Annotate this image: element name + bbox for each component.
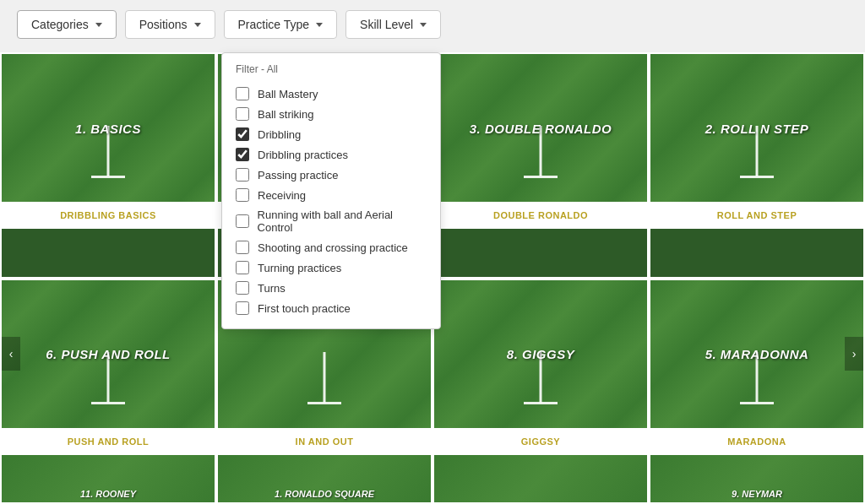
nav-right-button[interactable]: › <box>845 337 863 371</box>
checkbox-label: Ball striking <box>258 108 313 121</box>
skill-level-button[interactable]: Skill Level <box>345 10 441 39</box>
checkbox-input[interactable] <box>236 127 249 141</box>
checkbox-label: Ball Mastery <box>258 88 318 100</box>
nav-left-button[interactable]: ‹ <box>2 337 20 371</box>
checkbox-item[interactable]: Dribbling practices <box>236 144 427 165</box>
checkbox-label: Dribbling <box>258 128 301 141</box>
checkbox-input[interactable] <box>236 87 249 100</box>
card-title-overlay: 5. MARADONNA <box>661 347 853 361</box>
checkbox-item[interactable]: Turns <box>236 278 427 298</box>
practice-type-button[interactable]: Practice Type <box>224 10 338 39</box>
card-title-overlay: 8. GIGGSY <box>445 347 637 361</box>
categories-dropdown: Filter - All Ball MasteryBall strikingDr… <box>221 52 441 329</box>
card-double-ronaldo: 3. DOUBLE RONALDO DOUBLE RONALDO <box>432 52 649 279</box>
categories-chevron-icon <box>95 23 102 27</box>
practice-type-chevron-icon <box>316 23 323 27</box>
positions-chevron-icon <box>194 23 201 27</box>
checkbox-item[interactable]: Ball striking <box>236 104 427 124</box>
checkbox-item[interactable]: Ball Mastery <box>236 84 427 104</box>
checkbox-label: Shooting and crossing practice <box>258 241 408 254</box>
filter-all-label: Filter - All <box>236 63 427 75</box>
categories-button[interactable]: Categories <box>17 10 117 39</box>
card-label[interactable]: ROLL AND STEP <box>650 202 863 229</box>
skill-level-chevron-icon <box>420 23 427 27</box>
bottom-card-empty <box>432 453 649 504</box>
card-image: 3. DOUBLE RONALDO <box>434 54 647 202</box>
checkbox-input[interactable] <box>236 168 249 182</box>
checkbox-input[interactable] <box>236 214 249 228</box>
card-image: 6. PUSH AND ROLL ‹ <box>2 280 215 428</box>
checkbox-input[interactable] <box>236 241 249 254</box>
bottom-card-title: 1. RONALDO SQUARE <box>275 489 374 499</box>
card-title-overlay: 3. DOUBLE RONALDO <box>445 121 637 135</box>
card-label[interactable]: GIGGSY <box>434 428 647 455</box>
checkbox-label: Turns <box>258 282 286 295</box>
card-title-overlay: 1. BASICS <box>13 121 204 135</box>
checkbox-item[interactable]: Passing practice <box>236 165 427 185</box>
bottom-card-neymar: 9. NEYMAR <box>649 453 865 504</box>
positions-button[interactable]: Positions <box>125 10 215 39</box>
checkbox-label: Running with ball and Aerial Control <box>258 209 427 234</box>
card-image: 2. ROLL N STEP <box>650 54 863 202</box>
bottom-card-title: 11. ROONEY <box>80 489 136 499</box>
checkbox-item[interactable]: Receiving <box>236 185 427 205</box>
bottom-card-row: 11. ROONEY 1. RONALDO SQUARE 9. NEYMAR <box>0 453 865 504</box>
bottom-card-rooney: 11. ROONEY <box>0 453 216 504</box>
toolbar: Categories Positions Practice Type Skill… <box>0 0 865 49</box>
card-image: 5. MARADONNA › <box>650 280 863 428</box>
card-image: 1. BASICS <box>2 54 215 202</box>
checkbox-item[interactable]: Running with ball and Aerial Control <box>236 205 427 237</box>
checkbox-item[interactable]: Shooting and crossing practice <box>236 237 427 257</box>
card-label[interactable]: DRIBBLING BASICS <box>2 202 215 229</box>
checkbox-item[interactable]: First touch practice <box>236 298 427 318</box>
checkbox-item[interactable]: Turning practices <box>236 257 427 278</box>
checkbox-input[interactable] <box>236 107 249 121</box>
checkbox-input[interactable] <box>236 261 249 274</box>
categories-label: Categories <box>31 18 89 31</box>
card-title-overlay: 2. ROLL N STEP <box>661 121 853 135</box>
checkbox-input[interactable] <box>236 148 249 161</box>
card-dribbling-basics: 1. BASICS DRIBBLING BASICS <box>0 52 216 279</box>
skill-level-label: Skill Level <box>360 18 413 31</box>
card-label[interactable]: IN AND OUT <box>218 428 431 455</box>
checkbox-label: Turning practices <box>258 262 341 274</box>
practice-type-label: Practice Type <box>238 18 310 31</box>
checkbox-input[interactable] <box>236 281 249 295</box>
card-image: 8. GIGGSY <box>434 280 647 428</box>
checkbox-list: Ball MasteryBall strikingDribblingDribbl… <box>236 84 427 318</box>
checkbox-label: First touch practice <box>258 302 351 315</box>
bottom-card-title: 9. NEYMAR <box>732 489 782 499</box>
checkbox-input[interactable] <box>236 301 249 315</box>
card-title-overlay: 6. PUSH AND ROLL <box>13 347 204 361</box>
card-label[interactable]: PUSH AND ROLL <box>2 428 215 455</box>
bottom-card-ronaldo-square: 1. RONALDO SQUARE <box>216 453 432 504</box>
checkbox-label: Dribbling practices <box>258 149 348 161</box>
card-label[interactable]: DOUBLE RONALDO <box>434 202 647 229</box>
card-label[interactable]: MARADONA <box>650 428 863 455</box>
checkbox-item[interactable]: Dribbling <box>236 124 427 144</box>
checkbox-label: Passing practice <box>258 169 338 182</box>
positions-label: Positions <box>139 18 188 31</box>
card-roll-n-step: 2. ROLL N STEP ROLL AND STEP <box>649 52 865 279</box>
checkbox-input[interactable] <box>236 188 249 202</box>
checkbox-label: Receiving <box>258 189 306 202</box>
